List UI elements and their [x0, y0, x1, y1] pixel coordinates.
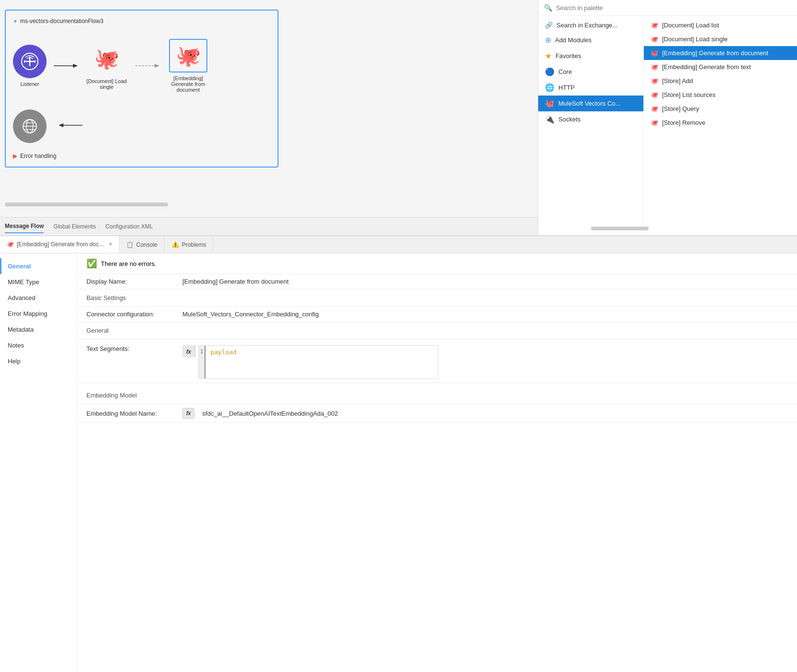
problems-tab-icon: ⚠️ — [171, 241, 179, 248]
no-errors-banner: ✅ There are no errors. — [77, 253, 797, 274]
tab-message-flow[interactable]: Message Flow — [5, 220, 44, 233]
flow-canvas: ▼ ms-vectors-documentationFlow3 — [0, 0, 538, 235]
nav-advanced[interactable]: Advanced — [0, 290, 76, 306]
item-icon-5: 🐙 — [651, 91, 658, 98]
dashed-arrow — [135, 61, 159, 71]
palette-item-store-list[interactable]: 🐙 [Store] List sources — [644, 88, 797, 102]
palette-item-doc-load-single[interactable]: 🐙 [Document] Load single — [644, 32, 797, 46]
basic-settings-title: Basic Settings — [77, 289, 797, 307]
palette-cat-mulesoft-vectors[interactable]: 🐙 MuleSoft Vectors Co... — [538, 96, 643, 111]
listener-label: Listener — [20, 81, 39, 87]
bottom-tab-embedding[interactable]: 🐙 [Embedding] Generate from doc... ✕ — [0, 236, 120, 253]
embedding-octopus-icon: 🐙 — [176, 44, 201, 68]
flow-tabs-bar: Message Flow Global Elements Configurati… — [0, 217, 538, 235]
palette-cat-http[interactable]: 🌐 HTTP — [538, 80, 643, 96]
flow-container: ▼ ms-vectors-documentationFlow3 — [5, 10, 278, 168]
code-value: payload — [210, 348, 237, 356]
embedding-gen-node[interactable]: 🐙 [Embedding] Generate from document — [167, 39, 210, 93]
palette-item-embedding-gen-doc[interactable]: 🐙 [Embedding] Generate from document — [644, 46, 797, 60]
console-tab-icon: 📋 — [126, 241, 133, 248]
item-label-3: [Embedding] Generate from text — [662, 63, 751, 71]
nav-mime-type[interactable]: MIME Type — [0, 274, 76, 290]
embedding-gen-label: [Embedding] Generate from document — [167, 75, 210, 93]
palette-item-embedding-gen-text[interactable]: 🐙 [Embedding] Generate from text — [644, 60, 797, 74]
nav-notes[interactable]: Notes — [0, 337, 76, 353]
exchange-label: Search in Exchange... — [556, 22, 617, 29]
display-name-row: Display Name: [Embedding] Generate from … — [77, 274, 797, 289]
item-icon-6: 🐙 — [651, 105, 658, 112]
code-content[interactable]: payload — [205, 346, 242, 378]
flow-nodes-row: Listener 🐙 [Document] Load single — [13, 34, 270, 97]
palette-item-store-remove[interactable]: 🐙 [Store] Remove — [644, 116, 797, 130]
mulesoft-vectors-label: MuleSoft Vectors Co... — [558, 100, 620, 107]
sockets-label: Sockets — [558, 116, 580, 123]
collapse-arrow-icon[interactable]: ▼ — [13, 19, 18, 24]
embedding-model-name-row: Embedding Model Name: fx sfdc_ai__Defaul… — [77, 404, 797, 423]
display-name-value: [Embedding] Generate from document — [182, 278, 289, 285]
doc-load-single-node[interactable]: 🐙 [Document] Load single — [85, 42, 128, 90]
bottom-content: General MIME Type Advanced Error Mapping… — [0, 253, 797, 672]
tab-global-elements[interactable]: Global Elements — [53, 220, 96, 233]
bottom-tabs-bar: 🐙 [Embedding] Generate from doc... ✕ 📋 C… — [0, 236, 797, 253]
item-label-4: [Store] Add — [662, 77, 693, 84]
palette-scrollbar[interactable] — [591, 227, 649, 230]
embedding-model-fx-button[interactable]: fx — [182, 408, 194, 419]
palette-items-list: 🐙 [Document] Load list 🐙 [Document] Load… — [644, 16, 797, 228]
bottom-tab-problems[interactable]: ⚠️ Problems — [165, 236, 214, 253]
item-label-7: [Store] Remove — [662, 119, 705, 126]
item-icon-0: 🐙 — [651, 22, 658, 29]
canvas-scrollbar-thumb[interactable] — [5, 203, 168, 206]
nav-error-mapping[interactable]: Error Mapping — [0, 306, 76, 322]
back-arrow-icon — [56, 120, 85, 132]
add-modules-label: Add Modules — [555, 36, 592, 44]
text-segments-code-editor[interactable]: 1 payload — [198, 345, 438, 379]
connector-config-row: Connector configuration: MuleSoft_Vector… — [77, 307, 797, 322]
item-icon-4: 🐙 — [651, 77, 658, 84]
palette-cat-favorites[interactable]: ★ Favorites — [538, 48, 643, 64]
palette-search-input[interactable] — [556, 4, 791, 12]
item-icon-1: 🐙 — [651, 36, 658, 43]
palette-item-store-query[interactable]: 🐙 [Store] Query — [644, 102, 797, 116]
favorites-icon: ★ — [545, 51, 552, 60]
text-segments-row: Text Segments: fx 1 payload — [77, 339, 797, 383]
doc-load-label: [Document] Load single — [85, 78, 128, 90]
line-number-1: 1 — [200, 348, 203, 354]
text-segments-label: Text Segments: — [86, 345, 182, 352]
search-icon: 🔍 — [544, 4, 552, 12]
svg-marker-11 — [59, 123, 63, 127]
palette-cat-exchange[interactable]: 🔗 Search in Exchange... — [538, 18, 643, 32]
add-modules-icon: ⊕ — [545, 36, 551, 45]
tab-configuration-xml[interactable]: Configuration XML — [105, 220, 153, 233]
globe-return-node[interactable] — [13, 109, 47, 143]
palette-cat-add-modules[interactable]: ⊕ Add Modules — [538, 32, 643, 48]
palette-content: 🔗 Search in Exchange... ⊕ Add Modules ★ … — [538, 16, 797, 228]
nav-metadata[interactable]: Metadata — [0, 322, 76, 337]
item-label-5: [Store] List sources — [662, 91, 715, 98]
nav-help[interactable]: Help — [0, 353, 76, 369]
exchange-icon: 🔗 — [545, 22, 553, 29]
nav-general[interactable]: General — [0, 258, 76, 274]
canvas-scrollbar[interactable] — [0, 203, 538, 206]
error-handling-label: Error handling — [20, 153, 56, 159]
tab-close-button[interactable]: ✕ — [109, 241, 112, 247]
embedding-model-name-value: sfdc_ai__DefaultOpenAITextEmbeddingAda_0… — [202, 410, 338, 417]
second-flow-row — [13, 107, 270, 145]
display-name-label: Display Name: — [86, 278, 182, 285]
palette-cat-sockets[interactable]: 🔌 Sockets — [538, 111, 643, 127]
connector-config-label: Connector configuration: — [86, 311, 182, 318]
embedding-model-title: Embedding Model — [77, 387, 797, 404]
palette-item-doc-load-list[interactable]: 🐙 [Document] Load list — [644, 18, 797, 32]
listener-node[interactable]: Listener — [13, 45, 47, 87]
item-label-6: [Store] Query — [662, 105, 699, 112]
svg-marker-2 — [73, 64, 78, 68]
http-label: HTTP — [558, 84, 575, 91]
error-handling-section[interactable]: ▶ Error handling — [13, 153, 270, 159]
http-icon: 🌐 — [545, 83, 555, 92]
text-segments-fx-button[interactable]: fx — [182, 345, 195, 357]
palette-categories-list: 🔗 Search in Exchange... ⊕ Add Modules ★ … — [538, 16, 644, 228]
code-gutter: 1 — [199, 346, 205, 378]
palette-cat-core[interactable]: 🔵 Core — [538, 64, 643, 80]
palette-item-store-add[interactable]: 🐙 [Store] Add — [644, 74, 797, 88]
item-label-2: [Embedding] Generate from document — [662, 49, 768, 57]
bottom-tab-console[interactable]: 📋 Console — [120, 236, 165, 253]
